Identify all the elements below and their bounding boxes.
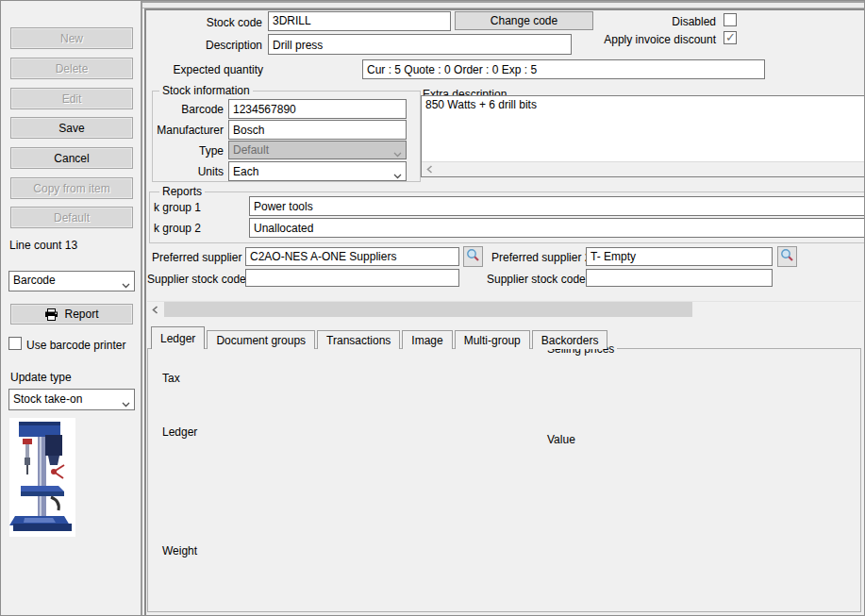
tab-image[interactable]: Image	[402, 330, 452, 349]
supplier-1-stock-code-label: Supplier stock code	[147, 273, 241, 286]
units-label: Units	[152, 165, 224, 178]
default-button[interactable]: Default	[10, 207, 133, 228]
supplier-1-stock-code-field[interactable]	[245, 269, 459, 287]
line-count-text: Line count 13	[9, 239, 77, 252]
stock-code-label: Stock code	[171, 16, 262, 29]
tab-multi-group[interactable]: Multi-group	[455, 330, 530, 349]
update-type-combo[interactable]: Stock take-on	[8, 389, 135, 410]
top-splitter-bar	[142, 1, 865, 8]
preferred-supplier-1-field[interactable]: C2AO-NES A-ONE Suppliers	[245, 247, 459, 266]
product-photo-drill-press	[9, 418, 75, 537]
use-barcode-printer-checkbox[interactable]	[8, 337, 22, 350]
extra-description-field[interactable]: 850 Watts + 6 drill bits	[422, 96, 865, 161]
preferred-supplier-2-field[interactable]: T- Empty	[586, 247, 773, 266]
chevron-down-icon	[393, 147, 402, 159]
supplier-2-stock-code-field[interactable]	[586, 269, 773, 287]
extra-description-hscrollbar[interactable]	[422, 161, 865, 176]
tab-strip: Ledger Document groups Transactions Imag…	[151, 326, 609, 349]
form-hscrollbar[interactable]	[147, 301, 861, 317]
manufacturer-label: Manufacturer	[147, 124, 224, 137]
supplier-1-lookup-button[interactable]	[463, 246, 483, 267]
ledger-group-label: Ledger	[159, 425, 200, 439]
barcode-report-combo[interactable]: Barcode	[8, 271, 135, 291]
weight-group-label: Weight	[159, 544, 200, 558]
copy-from-item-button[interactable]: Copy from item	[10, 177, 133, 199]
supplier-2-stock-code-label: Supplier stock code	[487, 273, 581, 286]
chevron-left-icon[interactable]	[422, 162, 438, 176]
k-group-2-field[interactable]: Unallocated	[249, 218, 865, 238]
barcode-field[interactable]: 1234567890	[228, 99, 407, 119]
apply-invoice-discount-label: Apply invoice discount	[586, 33, 716, 46]
value-group-label: Value	[544, 433, 578, 446]
disabled-checkbox[interactable]	[724, 13, 737, 26]
barcode-label: Barcode	[152, 103, 224, 116]
change-code-button[interactable]: Change code	[455, 11, 593, 30]
tax-group-label: Tax	[159, 372, 183, 385]
delete-button[interactable]: Delete	[10, 58, 133, 79]
expected-quantity-label: Expected quantity	[171, 63, 263, 76]
extra-description-box: 850 Watts + 6 drill bits	[421, 95, 865, 177]
chevron-down-icon	[393, 169, 402, 182]
k-group-1-field[interactable]: Power tools	[249, 196, 865, 216]
edit-button[interactable]: Edit	[10, 88, 133, 109]
apply-invoice-discount-checkbox[interactable]	[724, 31, 737, 44]
preferred-supplier-2-label: Preferred supplier 2	[491, 251, 581, 264]
description-label: Description	[171, 39, 262, 52]
magnifier-icon	[780, 248, 794, 265]
sidebar: New Delete Edit Save Cancel Copy from it…	[1, 1, 142, 616]
use-barcode-printer-label: Use barcode printer	[26, 339, 125, 352]
tab-backorders[interactable]: Backorders	[532, 330, 608, 349]
type-label: Type	[152, 144, 224, 158]
ledger-tab-page	[147, 348, 861, 612]
units-combo-value: Each	[233, 165, 258, 178]
supplier-2-lookup-button[interactable]	[777, 246, 797, 267]
update-type-combo-value: Stock take-on	[13, 392, 82, 406]
chevron-down-icon	[122, 278, 130, 291]
tab-ledger[interactable]: Ledger	[151, 326, 205, 349]
save-button[interactable]: Save	[10, 117, 133, 139]
disabled-label: Disabled	[624, 15, 716, 28]
stock-information-group-label: Stock information	[159, 84, 253, 97]
type-combo-value: Default	[233, 143, 269, 157]
cancel-button[interactable]: Cancel	[10, 147, 133, 169]
magnifier-icon	[466, 248, 480, 265]
update-type-label: Update type	[10, 371, 72, 384]
new-button[interactable]: New	[10, 27, 133, 49]
preferred-supplier-1-label: Preferred supplier 1	[152, 251, 241, 264]
manufacturer-field[interactable]: Bosch	[228, 120, 407, 140]
barcode-report-combo-value: Barcode	[13, 274, 56, 287]
report-button-label: Report	[64, 308, 98, 321]
k-group-1-label: k group 1	[154, 201, 201, 214]
chevron-down-icon	[122, 397, 130, 410]
k-group-2-label: k group 2	[154, 222, 201, 235]
type-combo: Default	[228, 141, 407, 159]
scrollbar-thumb[interactable]	[164, 302, 692, 317]
stock-code-field[interactable]: 3DRILL	[268, 11, 451, 31]
tab-document-groups[interactable]: Document groups	[207, 330, 315, 349]
reports-group-label: Reports	[159, 185, 205, 198]
description-field[interactable]: Drill press	[268, 34, 572, 55]
stock-item-maintenance-window: New Delete Edit Save Cancel Copy from it…	[0, 0, 865, 616]
chevron-left-icon[interactable]	[147, 302, 163, 317]
expected-quantity-field: Cur : 5 Quote : 0 Order : 0 Exp : 5	[362, 59, 765, 79]
report-button[interactable]: Report	[10, 304, 133, 325]
units-combo[interactable]: Each	[228, 161, 407, 181]
tab-transactions[interactable]: Transactions	[317, 330, 400, 349]
printer-icon	[44, 308, 58, 321]
